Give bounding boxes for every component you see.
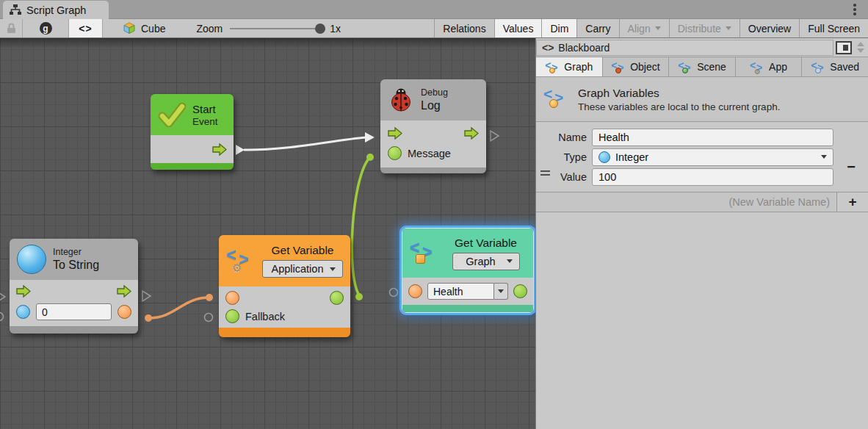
node-footer (151, 163, 234, 170)
carry-button[interactable]: Carry (576, 19, 618, 37)
zoom-slider-handle[interactable] (315, 24, 325, 34)
variable-type-dropdown[interactable]: Integer (592, 148, 833, 166)
toolbar-right-buttons: Relations Values Dim Carry Align Distrib… (434, 19, 868, 37)
variable-scope-tabs: <> Graph <> Object <> Scene <>⚙ App <> S… (536, 57, 868, 77)
value-indicator-circle (390, 289, 398, 297)
ladybug-icon (388, 87, 414, 113)
tab-saved[interactable]: <> Saved (802, 57, 868, 76)
node-title: Start (192, 102, 218, 116)
scene-variables-icon: <> (678, 61, 692, 73)
flow-indicator-triangle (142, 291, 151, 301)
value-output-port[interactable] (513, 284, 527, 298)
blackboard-header: <> Blackboard (536, 38, 868, 57)
variable-value-input[interactable]: 100 (592, 168, 833, 186)
script-graph-icon (10, 4, 21, 15)
scope-dropdown[interactable]: Application (262, 260, 343, 278)
drag-handle-icon[interactable] (540, 168, 550, 178)
node-header: <> ⚙ Get Variable Application (219, 235, 350, 286)
kebab-menu-icon[interactable] (853, 4, 856, 17)
node-kind: Integer (53, 247, 99, 258)
lock-button[interactable] (0, 19, 23, 37)
add-variable-button[interactable]: + (837, 192, 868, 212)
get-variable-icon: <> ⚙ (226, 247, 256, 275)
node-get-variable-application[interactable]: <> ⚙ Get Variable Application (219, 235, 350, 337)
distribute-dropdown-button[interactable]: Distribute (669, 19, 739, 37)
tab-object[interactable]: <> Object (603, 57, 670, 76)
section-subtitle: These variables are local to the current… (578, 101, 780, 112)
node-get-variable-graph-selected[interactable]: <> Get Variable Graph Health (402, 228, 534, 313)
node-start-event[interactable]: Start Event (151, 94, 234, 170)
dim-button[interactable]: Dim (541, 19, 576, 37)
tab-app[interactable]: <>⚙ App (736, 57, 803, 76)
name-input-port[interactable] (408, 284, 422, 298)
checkmark-icon (158, 102, 186, 127)
flow-output-port[interactable] (212, 143, 227, 156)
chevron-down-icon (498, 289, 504, 293)
get-variable-icon: <> (410, 239, 439, 267)
name-input-port[interactable] (225, 291, 239, 305)
node-footer (402, 305, 533, 312)
node-integer-to-string[interactable]: Integer To String 0 (10, 239, 138, 334)
zoom-slider[interactable] (230, 28, 322, 29)
scroll-up-icon[interactable] (857, 42, 864, 46)
chevron-down-icon (507, 259, 513, 263)
value-indicator-circle (0, 313, 4, 321)
tab-title: Script Graph (26, 4, 86, 16)
dock-window-button[interactable] (836, 41, 852, 54)
flow-wire-start-to-log[interactable] (244, 137, 366, 150)
unity-visual-scripting-window: Script Graph g <> Cube Zoom (0, 0, 868, 429)
lock-icon (7, 23, 16, 34)
graph-variables-icon: <> (543, 87, 570, 112)
tab-scene[interactable]: <> Scene (669, 57, 736, 76)
flow-indicator-triangle (491, 131, 499, 141)
scroll-down-icon[interactable] (857, 48, 864, 53)
string-output-port[interactable] (117, 305, 131, 319)
value-wire-tostring-to-getvariable[interactable] (148, 298, 209, 318)
graph-owner[interactable]: Cube (123, 19, 165, 37)
values-button[interactable]: Values (494, 19, 542, 37)
tab-script-graph[interactable]: Script Graph (3, 1, 109, 19)
wire-endpoint-dot (355, 293, 363, 300)
node-header: Debug Log (380, 79, 486, 120)
variable-name-dropdown[interactable]: Health (427, 283, 508, 300)
overview-button[interactable]: Overview (739, 19, 799, 37)
flow-indicator-triangle (0, 292, 5, 302)
flow-input-port[interactable] (16, 285, 31, 298)
node-kind: Debug (421, 87, 448, 98)
node-body (151, 135, 234, 163)
value-indicator-circle (205, 314, 213, 322)
code-view-toggle[interactable]: <> (69, 19, 103, 37)
port-label: Message (408, 148, 451, 159)
relations-button[interactable]: Relations (434, 19, 493, 37)
object-variables-icon: <> (611, 61, 626, 73)
flow-input-port[interactable] (388, 127, 402, 140)
fullscreen-button[interactable]: Full Screen (799, 19, 868, 37)
align-dropdown-button[interactable]: Align (619, 19, 669, 37)
node-header: <> Get Variable Graph (402, 228, 533, 278)
wire-endpoint-dot (366, 154, 374, 161)
graph-toolbar: g <> Cube Zoom 1x Relations Values Dim C… (0, 19, 868, 38)
graph-inspector-button[interactable]: g (23, 19, 69, 37)
integer-type-icon (17, 245, 46, 274)
integer-input-port[interactable] (16, 305, 30, 319)
gear-icon: ⚙ (232, 262, 242, 275)
value-output-port[interactable] (330, 291, 344, 305)
flow-output-port[interactable] (464, 127, 479, 140)
variable-name-input[interactable]: Health (592, 129, 833, 146)
graph-canvas[interactable]: Start Event (0, 38, 535, 429)
integer-value-input[interactable]: 0 (36, 303, 112, 320)
node-body: 0 (10, 280, 138, 326)
new-variable-name-input[interactable]: (New Variable Name) (536, 192, 837, 212)
flow-output-port[interactable] (117, 285, 131, 298)
remove-variable-button[interactable]: − (840, 157, 862, 176)
tab-graph[interactable]: <> Graph (536, 57, 603, 76)
saved-variables-icon: <> (811, 61, 825, 73)
zoom-value: 1x (330, 23, 341, 35)
node-debug-log[interactable]: Debug Log Message (380, 79, 486, 173)
scope-dropdown[interactable]: Graph (452, 253, 520, 270)
value-wire-variable-to-message[interactable] (352, 158, 369, 295)
type-label: Type (536, 151, 592, 163)
message-input-port[interactable] (388, 146, 402, 160)
node-body: Message (380, 120, 486, 167)
fallback-input-port[interactable] (225, 309, 239, 323)
